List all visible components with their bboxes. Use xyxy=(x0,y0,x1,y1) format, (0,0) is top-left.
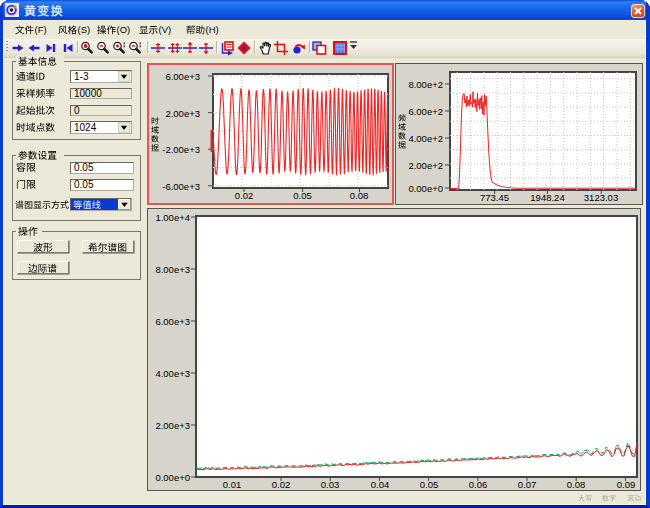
svg-text:(V): (V) xyxy=(159,24,172,35)
svg-text:(S): (S) xyxy=(78,24,91,35)
svg-text:(O): (O) xyxy=(117,24,131,35)
svg-text:(H): (H) xyxy=(206,24,219,35)
svg-text:(F): (F) xyxy=(35,24,47,35)
